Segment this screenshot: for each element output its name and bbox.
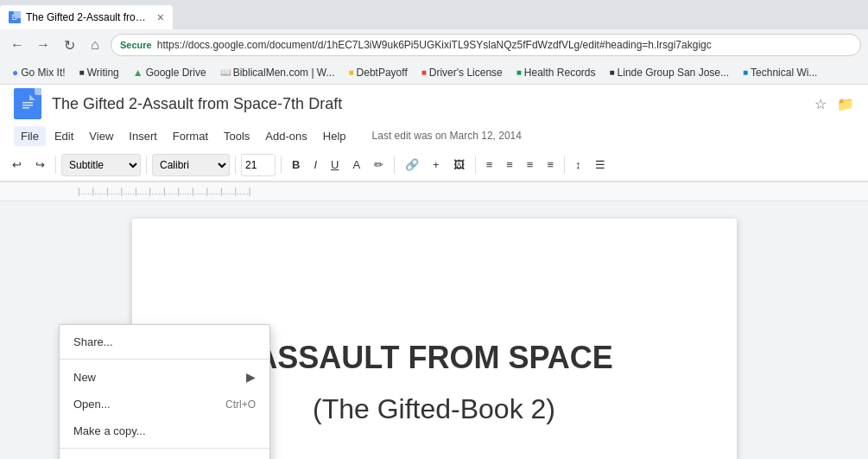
bookmark-technical[interactable]: ■ Technical Wi...	[738, 65, 822, 80]
bookmark-biblical[interactable]: 📖 BiblicalMen.com | W...	[215, 65, 340, 80]
redo-button[interactable]: ↪	[30, 154, 50, 176]
browser-tab[interactable]: D The Gifted 2-Assault from... ×	[0, 5, 173, 29]
toolbar-separator-1	[55, 156, 56, 174]
font-size-input[interactable]	[241, 154, 276, 176]
url-display: https://docs.google.com/document/d/1hEC7…	[157, 39, 712, 51]
line-spacing-button[interactable]: ↕	[570, 154, 586, 176]
underline-button[interactable]: U	[326, 154, 344, 176]
bookmark-linde[interactable]: ■ Linde Group San Jose...	[605, 65, 734, 80]
toolbar-separator-4	[281, 156, 282, 174]
menu-view[interactable]: View	[82, 126, 120, 146]
align-left-button[interactable]: ≡	[481, 154, 498, 176]
svg-rect-1	[22, 102, 33, 104]
menu-option-new[interactable]: New ▶	[60, 363, 269, 391]
browser-chrome: D The Gifted 2-Assault from... × ← → ↻ ⌂…	[0, 0, 868, 85]
menu-option-open[interactable]: Open... Ctrl+O	[60, 391, 269, 418]
menu-addons[interactable]: Add-ons	[258, 126, 314, 146]
doc-body: ASSAULT FROM SPACE (The Gifted-Book 2) S…	[0, 201, 868, 459]
nav-bar: ← → ↻ ⌂ Secure https://docs.google.com/d…	[0, 29, 868, 61]
star-button[interactable]: ☆	[814, 96, 827, 112]
bookmark-health-records[interactable]: ■ Health Records	[511, 65, 601, 80]
menu-option-share[interactable]: Share...	[60, 328, 269, 355]
menu-divider-1	[60, 359, 269, 360]
ruler: |.....|.....|.....|.....|.....|.....|...…	[0, 182, 868, 201]
svg-rect-2	[22, 105, 33, 106]
bookmark-gdrive[interactable]: ▲ Google Drive	[128, 65, 212, 80]
tab-bar: D The Gifted 2-Assault from... ×	[0, 0, 868, 29]
toolbar-separator-5	[394, 156, 395, 174]
file-menu-dropdown: Share... New ▶ Open... Ctrl+O Make a cop…	[59, 324, 270, 459]
bookmark-drivers-license[interactable]: ■ Driver's License	[416, 65, 508, 80]
doc-icon	[14, 88, 41, 119]
menu-format[interactable]: Format	[166, 126, 215, 146]
toolbar-separator-7	[564, 156, 565, 174]
menu-option-download[interactable]: Download as ▶	[60, 452, 269, 459]
bookmark-gomix[interactable]: ● Go Mix It!	[7, 65, 71, 80]
bookmarks-bar: ● Go Mix It! ■ Writing ▲ Google Drive 📖 …	[0, 61, 868, 85]
menu-option-make-copy[interactable]: Make a copy...	[60, 418, 269, 444]
back-button[interactable]: ←	[7, 35, 28, 55]
bookmark-writing[interactable]: ■ Writing	[74, 65, 124, 80]
menu-file[interactable]: File	[14, 126, 46, 146]
undo-button[interactable]: ↩	[7, 154, 27, 176]
align-center-button[interactable]: ≡	[501, 154, 518, 176]
doc-header: The Gifted 2-Assault from Space-7th Draf…	[0, 85, 868, 182]
menu-bar: File Edit View Insert Format Tools Add-o…	[0, 123, 868, 149]
font-selector[interactable]: Calibri Arial	[152, 154, 230, 176]
menu-help[interactable]: Help	[316, 126, 353, 146]
menu-edit[interactable]: Edit	[48, 126, 80, 146]
list-button[interactable]: ☰	[590, 154, 611, 176]
last-edit-info[interactable]: Last edit was on March 12, 2014	[372, 130, 522, 142]
svg-rect-3	[22, 107, 29, 109]
bold-button[interactable]: B	[287, 154, 305, 176]
svg-rect-0	[20, 94, 35, 113]
folder-button[interactable]: 📁	[837, 96, 854, 112]
insert-plus-button[interactable]: +	[428, 154, 445, 176]
align-right-button[interactable]: ≡	[522, 154, 539, 176]
style-selector[interactable]: Subtitle Normal text Heading 1	[61, 154, 141, 176]
toolbar-separator-6	[475, 156, 476, 174]
bookmark-debtpayoff[interactable]: ■ DebtPayoff	[344, 65, 413, 80]
tab-favicon: D	[9, 11, 21, 23]
tab-close-button[interactable]: ×	[157, 10, 164, 24]
home-button[interactable]: ⌂	[85, 35, 105, 55]
toolbar-separator-2	[146, 156, 147, 174]
tab-title: The Gifted 2-Assault from...	[26, 11, 152, 23]
align-justify-button[interactable]: ≡	[542, 154, 559, 176]
text-color-button[interactable]: A	[347, 154, 365, 176]
reload-button[interactable]: ↻	[59, 35, 79, 55]
toolbar-separator-3	[235, 156, 236, 174]
menu-divider-2	[60, 448, 269, 449]
insert-image-button[interactable]: 🖼	[448, 154, 470, 176]
address-bar[interactable]: Secure https://docs.google.com/document/…	[111, 34, 861, 56]
forward-button[interactable]: →	[33, 35, 54, 55]
menu-insert[interactable]: Insert	[122, 126, 164, 146]
italic-button[interactable]: I	[308, 154, 322, 176]
new-arrow-icon: ▶	[246, 370, 256, 384]
highlight-button[interactable]: ✏	[369, 154, 389, 176]
link-button[interactable]: 🔗	[400, 154, 424, 176]
secure-indicator: Secure	[120, 40, 152, 50]
menu-tools[interactable]: Tools	[217, 126, 257, 146]
doc-title-bar: The Gifted 2-Assault from Space-7th Draf…	[0, 85, 868, 123]
toolbar: ↩ ↪ Subtitle Normal text Heading 1 Calib…	[0, 149, 868, 182]
doc-title: The Gifted 2-Assault from Space-7th Draf…	[52, 95, 804, 113]
